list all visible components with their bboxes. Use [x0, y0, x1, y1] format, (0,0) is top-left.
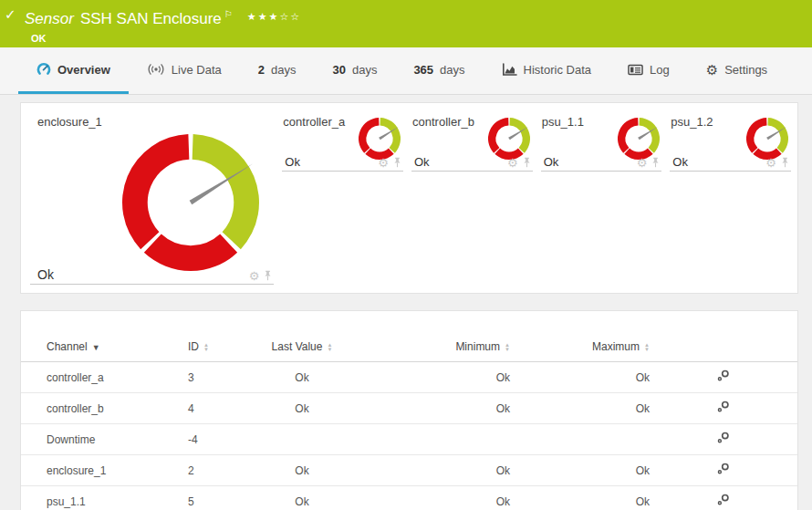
cell-channel[interactable]: enclosure_1 — [21, 455, 188, 486]
cell-minimum: Ok — [334, 455, 510, 486]
cell-channel[interactable]: psu_1.1 — [21, 486, 188, 510]
tab-log[interactable]: Log — [609, 47, 688, 94]
tab-overview[interactable]: Overview — [18, 47, 129, 94]
column-label: Channel — [47, 340, 88, 353]
column-header-maximum[interactable]: Maximum▲▼ — [510, 335, 650, 362]
tab-live-data[interactable]: Live Data — [129, 47, 240, 94]
cell-last-value — [270, 424, 334, 455]
cell-id: 2 — [188, 455, 270, 486]
cell-maximum: Ok — [510, 486, 650, 510]
gauges-panel: enclosure_1Ok⚙controller_aOk⚙controller_… — [20, 102, 798, 294]
cell-last-value: Ok — [270, 362, 334, 393]
sensor-header: ✓ SensorSSH SAN Enclosure⚐★★★☆☆ OK — [0, 0, 812, 47]
tab-number: 2 — [258, 63, 265, 77]
pin-icon[interactable] — [651, 157, 660, 169]
sort-icon: ▲▼ — [505, 343, 510, 352]
gauge-channel-name: enclosure_1 — [28, 109, 280, 129]
column-header-channel[interactable]: Channel▼ — [21, 335, 188, 362]
gear-icon[interactable]: ⚙ — [249, 272, 260, 281]
status-badge: OK — [25, 33, 812, 44]
tab-bar: OverviewLive Data2days30days365daysHisto… — [0, 47, 812, 95]
column-label: Maximum — [592, 340, 640, 353]
cell-channel[interactable]: controller_a — [21, 362, 188, 393]
gauge-status-value: Ok — [37, 267, 54, 282]
cell-channel[interactable]: Downtime — [21, 424, 188, 455]
tab-number: 30 — [332, 63, 345, 77]
channels-table: Channel▼ID▲▼Last Value▲▼Minimum▲▼Maximum… — [21, 335, 797, 510]
cell-minimum: Ok — [334, 362, 510, 393]
gauge-status-value: Ok — [544, 155, 559, 169]
flag-icon[interactable]: ⚐ — [224, 9, 233, 19]
gear-icon[interactable]: ⚙ — [378, 159, 389, 168]
gauge-tile-psu_1.2: psu_1.2Ok⚙ — [668, 109, 797, 174]
channel-settings-icon[interactable] — [716, 369, 731, 386]
priority-stars[interactable]: ★★★☆☆ — [247, 11, 301, 22]
cell-maximum: Ok — [510, 393, 650, 424]
cell-maximum — [510, 424, 650, 455]
gauge-status-value: Ok — [414, 155, 430, 169]
column-header-last-value[interactable]: Last Value▲▼ — [270, 335, 334, 362]
cell-maximum: Ok — [510, 455, 650, 486]
cell-id: -4 — [188, 424, 270, 455]
column-label: Minimum — [455, 340, 500, 353]
channel-settings-icon[interactable] — [716, 400, 731, 417]
cell-maximum: Ok — [510, 362, 650, 393]
cell-channel[interactable]: controller_b — [21, 393, 188, 424]
gear-icon[interactable]: ⚙ — [765, 159, 776, 168]
column-header-minimum[interactable]: Minimum▲▼ — [334, 335, 510, 362]
live-data-icon — [147, 63, 165, 76]
pin-icon — [393, 157, 401, 168]
sort-desc-icon: ▼ — [92, 343, 100, 352]
tab-historic-data[interactable]: Historic Data — [484, 47, 609, 94]
pin-icon[interactable] — [781, 157, 789, 169]
cell-last-value: Ok — [270, 455, 334, 486]
gear-icon[interactable]: ⚙ — [507, 159, 518, 168]
table-header-row: Channel▼ID▲▼Last Value▲▼Minimum▲▼Maximum… — [21, 335, 797, 362]
cell-minimum — [334, 424, 510, 455]
column-header-actions — [650, 335, 797, 362]
gear-icon[interactable]: ⚙ — [637, 159, 648, 168]
gauge-tile-psu_1.1: psu_1.1Ok⚙ — [539, 109, 669, 174]
tab-label: Log — [650, 63, 670, 77]
tab-30-days[interactable]: 30days — [314, 47, 395, 94]
tab-label: Settings — [724, 63, 767, 77]
cell-last-value: Ok — [270, 486, 334, 510]
gauge-tile-controller_a: controller_aOk⚙ — [280, 109, 410, 174]
sort-icon: ▲▼ — [327, 343, 332, 352]
gauge-chart[interactable] — [122, 134, 259, 275]
chart-icon — [502, 63, 517, 77]
tab-label: Live Data — [172, 63, 222, 77]
pin-icon[interactable] — [523, 157, 531, 169]
log-icon — [628, 64, 643, 76]
pin-icon — [781, 157, 789, 168]
page-title: SSH SAN Enclosure — [80, 10, 222, 27]
tab-settings[interactable]: ⚙Settings — [688, 47, 786, 94]
cell-id: 4 — [188, 393, 270, 424]
channel-settings-icon[interactable] — [716, 493, 731, 510]
cell-id: 3 — [188, 362, 270, 393]
content-area: enclosure_1Ok⚙controller_aOk⚙controller_… — [0, 95, 812, 510]
gauge-icon — [36, 62, 51, 77]
pin-icon — [523, 157, 531, 168]
sort-icon: ▲▼ — [644, 343, 650, 352]
tab-365-days[interactable]: 365days — [395, 47, 483, 94]
check-icon: ✓ — [5, 6, 16, 23]
sort-icon: ▲▼ — [203, 343, 209, 352]
table-row-psu_1.1: psu_1.15OkOkOk — [21, 486, 797, 510]
gauge-tile-controller_b: controller_bOk⚙ — [410, 109, 539, 174]
channel-settings-icon[interactable] — [716, 462, 731, 479]
gauge-status-value: Ok — [672, 155, 688, 169]
channel-settings-icon[interactable] — [716, 431, 731, 448]
prtg-sensor-page: ✓ SensorSSH SAN Enclosure⚐★★★☆☆ OK Overv… — [0, 0, 812, 510]
pin-icon[interactable] — [393, 157, 401, 169]
column-header-id[interactable]: ID▲▼ — [188, 335, 270, 362]
pin-icon — [651, 157, 660, 168]
gauge-tile-enclosure_1: enclosure_1Ok⚙ — [28, 109, 280, 287]
tab-label: days — [352, 63, 377, 77]
tab-label: Overview — [57, 63, 110, 77]
tab-2-days[interactable]: 2days — [240, 47, 315, 94]
pin-icon[interactable] — [264, 270, 272, 282]
gear-icon: ⚙ — [706, 63, 718, 77]
table-row-controller_a: controller_a3OkOkOk — [21, 362, 797, 393]
sensor-title-line: SensorSSH SAN Enclosure⚐★★★☆☆ — [25, 5, 812, 30]
